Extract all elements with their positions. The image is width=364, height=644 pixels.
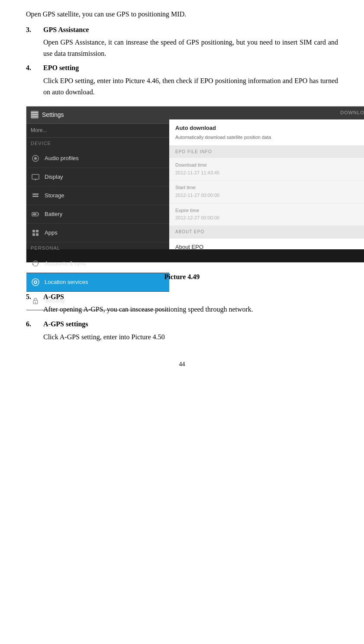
- settings-sidebar: Settings More... DEVICE Audio profiles: [26, 106, 169, 249]
- more-link[interactable]: More...: [26, 124, 169, 138]
- svg-point-20: [35, 281, 36, 283]
- item-6-title: A-GPS settings: [43, 320, 88, 328]
- item-5-title: A-GPS: [43, 293, 64, 300]
- item-5-content: A-GPS After opening A-GPS, you can insce…: [43, 291, 338, 315]
- screenshot-inner: Settings More... DEVICE Audio profiles: [26, 106, 364, 249]
- sidebar-item-location[interactable]: Location services: [26, 273, 169, 292]
- sidebar-item-accounts[interactable]: Accounts & sync: [26, 254, 169, 273]
- battery-icon: [31, 209, 40, 219]
- sidebar-item-display[interactable]: Display: [26, 168, 169, 187]
- audio-icon: [31, 154, 40, 163]
- expire-time-row: Expire time 2012-12-27 00:00:00: [169, 203, 364, 226]
- storage-label: Storage: [45, 191, 64, 200]
- svg-rect-8: [32, 193, 39, 195]
- display-label: Display: [45, 173, 63, 182]
- auto-download-section: Auto download Automatically download sat…: [169, 119, 364, 146]
- item-4-body: Click EPO setting, enter into Picture 4.…: [43, 75, 338, 97]
- item-4: 4. EPO setting Click EPO setting, enter …: [26, 62, 338, 97]
- download-time-value: 2012-11-27 11:43:45: [175, 169, 364, 177]
- about-epo-item[interactable]: About EPO: [169, 238, 364, 249]
- settings-title: Settings: [42, 110, 64, 119]
- item-6: 6. A-GPS settings Click A-GPS setting, e…: [26, 319, 338, 342]
- screenshot: Settings More... DEVICE Audio profiles: [26, 106, 364, 263]
- item-6-body: Click A-GPS setting, enter into Picture …: [43, 332, 338, 343]
- location-icon: [31, 277, 40, 287]
- item-4-number: 4.: [26, 62, 43, 97]
- item-3: 3. GPS Assistance Open GPS Assistance, i…: [26, 24, 338, 59]
- auto-download-sub: Automatically download satellite positio…: [175, 134, 364, 142]
- item-5: 5. A-GPS After opening A-GPS, you can in…: [26, 291, 338, 315]
- svg-rect-0: [31, 112, 38, 113]
- epo-panel: DOWNLOAD Auto download Automatically dow…: [169, 106, 364, 249]
- svg-rect-1: [31, 114, 38, 115]
- svg-rect-13: [33, 213, 36, 215]
- svg-rect-5: [32, 174, 39, 179]
- download-button[interactable]: DOWNLOAD: [340, 109, 364, 117]
- item-4-title: EPO setting: [43, 64, 79, 71]
- svg-rect-17: [36, 233, 39, 236]
- start-time-value: 2012-11-27 00:00:00: [175, 192, 364, 200]
- auto-download-item[interactable]: Auto download Automatically download sat…: [169, 119, 364, 146]
- accounts-label: Accounts & sync: [45, 259, 86, 268]
- download-time-label: Download time: [175, 161, 364, 169]
- item-5-number: 5.: [26, 291, 43, 315]
- item-3-content: GPS Assistance Open GPS Assistance, it c…: [43, 24, 338, 59]
- sync-icon: [31, 259, 40, 268]
- item-6-content: A-GPS settings Click A-GPS setting, ente…: [43, 319, 338, 342]
- personal-section-label: PERSONAL: [26, 242, 169, 254]
- start-time-label: Start time: [175, 184, 364, 192]
- item-4-content: EPO setting Click EPO setting, enter int…: [43, 62, 338, 97]
- audio-label: Audio profiles: [45, 154, 79, 163]
- item-5-body: After opening A-GPS, you can inscease po…: [43, 304, 338, 315]
- display-icon: [31, 172, 40, 182]
- svg-rect-9: [32, 196, 39, 197]
- epo-file-info-label: EPO FILE INFO: [169, 146, 364, 158]
- device-section-label: DEVICE: [26, 138, 169, 150]
- sidebar-item-audio[interactable]: Audio profiles: [26, 149, 169, 168]
- item-3-body: Open GPS Assistance, it can insrease the…: [43, 37, 338, 59]
- sidebar-item-apps[interactable]: Apps: [26, 224, 169, 242]
- settings-icon: [31, 111, 39, 119]
- expire-time-value: 2012-12-27 00:00:00: [175, 214, 364, 222]
- settings-header: Settings: [26, 106, 169, 123]
- intro-text: Open GPS satellite, you can use GPS to p…: [26, 9, 338, 20]
- apps-label: Apps: [45, 229, 58, 238]
- item-3-number: 3.: [26, 24, 43, 59]
- item-3-title: GPS Assistance: [43, 26, 89, 33]
- sidebar-item-storage[interactable]: Storage: [26, 187, 169, 205]
- location-label: Location services: [45, 278, 88, 287]
- battery-label: Battery: [45, 210, 62, 219]
- svg-point-4: [34, 157, 37, 160]
- download-time-row: Download time 2012-11-27 11:43:45: [169, 158, 364, 180]
- item-6-number: 6.: [26, 319, 43, 342]
- sidebar-item-battery[interactable]: Battery: [26, 205, 169, 224]
- svg-rect-2: [31, 116, 38, 117]
- svg-rect-15: [36, 230, 39, 232]
- about-epo-label: ABOUT EPO: [169, 226, 364, 238]
- expire-time-label: Expire time: [175, 207, 364, 215]
- svg-rect-16: [32, 233, 35, 236]
- apps-icon: [31, 228, 40, 238]
- storage-icon: [31, 191, 40, 200]
- svg-rect-14: [32, 230, 35, 232]
- start-time-row: Start time 2012-11-27 00:00:00: [169, 180, 364, 203]
- epo-top-bar: DOWNLOAD: [169, 106, 364, 119]
- auto-download-title: Auto download: [175, 124, 364, 133]
- page-number: 44: [26, 360, 338, 369]
